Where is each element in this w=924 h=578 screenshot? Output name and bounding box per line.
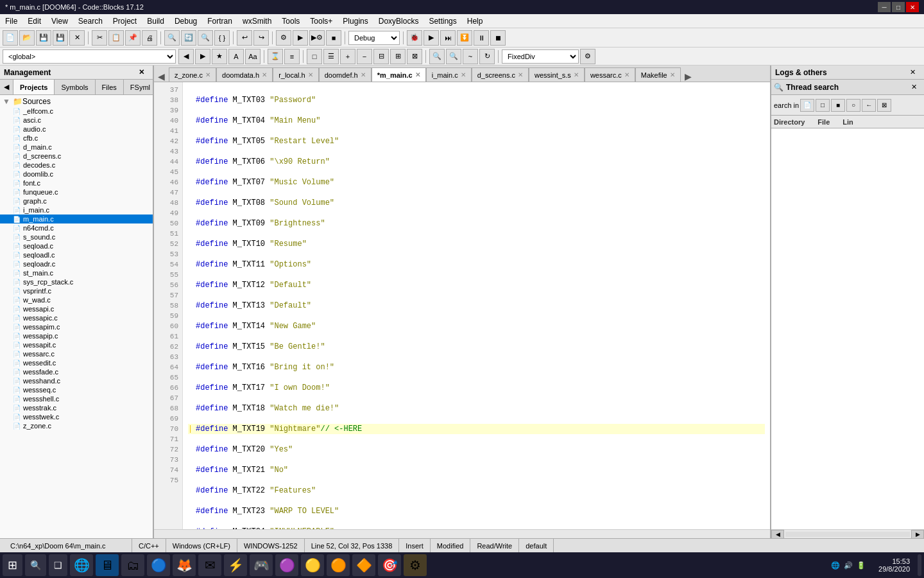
file-seqload[interactable]: 📄seqload.c bbox=[0, 241, 153, 250]
taskbar-app-10[interactable]: 🟡 bbox=[301, 554, 324, 576]
zoom-out2-btn[interactable]: 🔍 bbox=[429, 49, 445, 64]
menu-plugins[interactable]: Plugins bbox=[338, 14, 373, 28]
stop-btn[interactable]: ■ bbox=[326, 30, 341, 46]
file-wessapim[interactable]: 📄wessapim.c bbox=[0, 322, 153, 331]
code-text[interactable]: #define M_TXT03 "Password" #define M_TXT… bbox=[183, 82, 770, 529]
tab-scroll-left[interactable]: ◀ bbox=[154, 71, 169, 82]
file-vsprintf[interactable]: 📄vsprintf.c bbox=[0, 286, 153, 295]
file-wessshell[interactable]: 📄wessshell.c bbox=[0, 394, 153, 403]
save-btn[interactable]: 💾 bbox=[36, 30, 51, 46]
tab-close-mmain[interactable]: ✕ bbox=[415, 71, 420, 78]
print-btn[interactable]: 🖨 bbox=[142, 30, 157, 46]
menu-help[interactable]: Help bbox=[462, 14, 488, 28]
tab-close-rlocal[interactable]: ✕ bbox=[308, 71, 313, 78]
file-graph[interactable]: 📄graph.c bbox=[0, 197, 153, 206]
menu-file[interactable]: File bbox=[0, 14, 22, 28]
run-btn[interactable]: ▶ bbox=[293, 30, 308, 46]
taskbar-app-5[interactable]: 🦊 bbox=[173, 554, 196, 576]
zoom-in2-btn[interactable]: 🔍 bbox=[446, 49, 461, 64]
next-btn[interactable]: ⏭ bbox=[440, 30, 456, 46]
pause-btn[interactable]: ⏸ bbox=[474, 30, 489, 46]
tab-close-zzone[interactable]: ✕ bbox=[205, 71, 210, 78]
file-wessapic[interactable]: 📄wessapic.c bbox=[0, 313, 153, 322]
highlight-btn[interactable]: A bbox=[228, 49, 244, 64]
file-zzone[interactable]: 📄z_zone.c bbox=[0, 421, 153, 430]
tab-files[interactable]: Files bbox=[96, 80, 124, 94]
search-option-5[interactable]: ← bbox=[862, 99, 876, 112]
tab-fsyml[interactable]: FSyml bbox=[124, 80, 157, 94]
bookmark-btn[interactable]: ★ bbox=[212, 49, 227, 64]
thread-search-close-btn[interactable]: ✕ bbox=[906, 80, 921, 95]
dir-col-line[interactable]: Lin bbox=[843, 118, 853, 126]
menu-debug[interactable]: Debug bbox=[169, 14, 202, 28]
file-wwad[interactable]: 📄w_wad.c bbox=[0, 295, 153, 304]
taskbar-app-4[interactable]: 🔵 bbox=[147, 554, 170, 576]
search-option-2[interactable]: □ bbox=[816, 99, 830, 112]
file-seqloadl[interactable]: 📄seqloadl.c bbox=[0, 250, 153, 259]
find-btn[interactable]: 🔍 bbox=[164, 30, 180, 46]
management-close-btn[interactable]: ✕ bbox=[133, 66, 149, 80]
cut-btn[interactable]: ✂ bbox=[92, 30, 107, 46]
save-all-btn[interactable]: 💾 bbox=[53, 30, 68, 46]
replace-btn[interactable]: 🔄 bbox=[181, 30, 196, 46]
continue-btn[interactable]: ▶ bbox=[424, 30, 439, 46]
build-btn[interactable]: ⚙ bbox=[276, 30, 291, 46]
file-mmain[interactable]: 📄m_main.c bbox=[0, 215, 153, 223]
find-files-btn[interactable]: 🔍 bbox=[198, 30, 213, 46]
menu-edit[interactable]: Edit bbox=[22, 14, 46, 28]
taskbar-app-1[interactable]: 🌐 bbox=[70, 554, 93, 576]
tab-nav-left[interactable]: ◀ bbox=[0, 80, 13, 94]
file-cfb[interactable]: 📄cfb.c bbox=[0, 134, 153, 143]
file-n64cmd[interactable]: 📄n64cmd.c bbox=[0, 223, 153, 232]
file-wesstrak[interactable]: 📄wesstrak.c bbox=[0, 403, 153, 412]
file-doomlib[interactable]: 📄doomlib.c bbox=[0, 170, 153, 179]
menu-wxsmith[interactable]: wxSmith bbox=[237, 14, 277, 28]
menu-search[interactable]: Search bbox=[73, 14, 108, 28]
taskbar-clock[interactable]: 15:53 29/8/2020 bbox=[873, 557, 915, 573]
file-imain[interactable]: 📄i_main.c bbox=[0, 206, 153, 215]
debug-btn[interactable]: 🐞 bbox=[407, 30, 422, 46]
tab-close-doomdata[interactable]: ✕ bbox=[262, 71, 267, 78]
tab-scroll-right[interactable]: ▶ bbox=[681, 71, 696, 82]
maximize-button[interactable]: □ bbox=[892, 2, 905, 12]
tab-wessarc[interactable]: wessarc.c ✕ bbox=[585, 67, 635, 82]
redo-btn[interactable]: ↪ bbox=[253, 30, 269, 46]
tab-zzone[interactable]: z_zone.c ✕ bbox=[169, 67, 216, 82]
undo-btn[interactable]: ↩ bbox=[237, 30, 252, 46]
show-desktop-btn[interactable] bbox=[918, 554, 921, 576]
file-audio[interactable]: 📄audio.c bbox=[0, 125, 153, 134]
file-elfcom[interactable]: 📄_elfcom.c bbox=[0, 107, 153, 116]
file-font[interactable]: 📄font.c bbox=[0, 179, 153, 188]
tab-wessints[interactable]: wessint_s.s ✕ bbox=[529, 67, 585, 82]
tab-doomdata[interactable]: doomdata.h ✕ bbox=[216, 67, 273, 82]
step-btn[interactable]: ⏬ bbox=[457, 30, 472, 46]
horizontal-scrollbar[interactable] bbox=[154, 529, 770, 538]
taskbar-app-codeblocks[interactable]: ⚙ bbox=[404, 554, 427, 576]
search-option-4[interactable]: ○ bbox=[846, 99, 860, 112]
dir-col-directory[interactable]: Directory bbox=[774, 118, 805, 126]
tab-imain[interactable]: i_main.c ✕ bbox=[426, 67, 472, 82]
menu-tools[interactable]: Tools bbox=[277, 14, 305, 28]
file-wessfade[interactable]: 📄wessfade.c bbox=[0, 367, 153, 376]
global-scope-dropdown[interactable]: <global> bbox=[3, 49, 176, 64]
file-sysrcp[interactable]: 📄sys_rcp_stack.c bbox=[0, 277, 153, 286]
start-button[interactable]: ⊞ bbox=[3, 554, 22, 576]
file-wessarc[interactable]: 📄wessarc.c bbox=[0, 349, 153, 358]
file-dmain[interactable]: 📄d_main.c bbox=[0, 143, 153, 152]
refresh-btn[interactable]: ↻ bbox=[479, 49, 495, 64]
taskbar-app-12[interactable]: 🔶 bbox=[352, 554, 375, 576]
configuration-dropdown[interactable]: Debug Release bbox=[348, 31, 400, 45]
taskbar-app-7[interactable]: ⚡ bbox=[224, 554, 247, 576]
menu-tools-plus[interactable]: Tools+ bbox=[305, 14, 338, 28]
code-completion-btn[interactable]: ⌛ bbox=[268, 49, 283, 64]
taskbar-app-13[interactable]: 🎯 bbox=[378, 554, 401, 576]
right-hscrollbar[interactable]: ◀ ▶ bbox=[771, 529, 924, 538]
tab-close-wessarc[interactable]: ✕ bbox=[624, 71, 629, 78]
tab-doomdef[interactable]: doomdef.h ✕ bbox=[319, 67, 372, 82]
file-dscreens[interactable]: 📄d_screens.c bbox=[0, 152, 153, 161]
logs-close-btn[interactable]: ✕ bbox=[905, 66, 920, 80]
file-wesstwek[interactable]: 📄wesstwek.c bbox=[0, 412, 153, 421]
file-seqloadr[interactable]: 📄seqloadr.c bbox=[0, 259, 153, 268]
tab-projects[interactable]: Projects bbox=[13, 80, 55, 94]
search-option-3[interactable]: ■ bbox=[831, 99, 845, 112]
